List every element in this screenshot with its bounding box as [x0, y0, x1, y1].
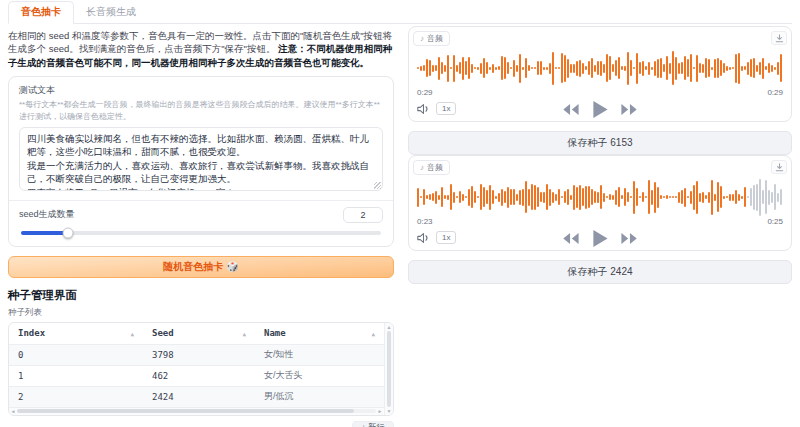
- volume-icon[interactable]: [417, 232, 430, 244]
- seed-list-label: 种子列表: [8, 307, 394, 319]
- waveform[interactable]: [417, 49, 783, 87]
- table-vertical-scrollbar[interactable]: ▲ ▼: [384, 323, 393, 415]
- current-time: 0:23: [417, 217, 433, 226]
- scroll-down-icon[interactable]: ▼: [387, 408, 392, 414]
- scrollbar-thumb[interactable]: [17, 409, 354, 413]
- test-text-info: **每行文本**都会生成一段音频，最终输出的音频是将这些音频段合成后的结果。建议…: [19, 99, 383, 121]
- cell-seed[interactable]: 3798: [143, 350, 255, 360]
- scroll-up-icon[interactable]: ▲: [387, 324, 392, 330]
- cell-index[interactable]: 0: [9, 350, 143, 360]
- table-horizontal-scrollbar[interactable]: ◀ ▶: [9, 407, 384, 415]
- tab-bar: 音色抽卡 长音频生成: [8, 4, 792, 24]
- random-voice-draw-button[interactable]: 随机音色抽卡 🎲: [8, 256, 394, 278]
- waveform[interactable]: [417, 178, 783, 216]
- instructions-text: 在相同的 seed 和温度等参数下，音色具有一定的一致性。点击下面的"随机音色生…: [8, 29, 394, 69]
- rewind-icon[interactable]: [562, 232, 580, 245]
- playback-speed-button[interactable]: 1x: [436, 102, 456, 115]
- play-icon[interactable]: [592, 229, 609, 248]
- audio-label: ♪ 音频: [413, 160, 450, 175]
- audio-label: ♪ 音频: [413, 31, 450, 46]
- table-row[interactable]: 1 462 女/大舌头: [9, 365, 384, 386]
- table-header-index[interactable]: Index▲: [9, 328, 143, 338]
- table-row[interactable]: 0 3798 女/知性: [9, 344, 384, 365]
- new-row-button[interactable]: ↓ 新行: [352, 421, 394, 427]
- input-panel: 测试文本 **每行文本**都会生成一段音频，最终输出的音频是将这些音频段合成后的…: [8, 76, 394, 246]
- duration: 0:29: [767, 88, 783, 97]
- play-icon[interactable]: [592, 100, 609, 119]
- sort-icon: ▲: [242, 330, 246, 337]
- tab-long-audio[interactable]: 长音频生成: [74, 2, 148, 23]
- textarea-resize-handle[interactable]: [374, 182, 381, 189]
- duration: 0:25: [767, 217, 783, 226]
- cell-seed[interactable]: 462: [143, 371, 255, 381]
- cell-seed[interactable]: 2424: [143, 392, 255, 402]
- save-seed-6153-button[interactable]: 保存种子 6153: [408, 131, 792, 155]
- rewind-icon[interactable]: [562, 103, 580, 116]
- playback-speed-button[interactable]: 1x: [436, 231, 456, 244]
- seed-manager-heading: 种子管理界面: [8, 288, 394, 303]
- seed-count-number-input[interactable]: [343, 207, 383, 223]
- right-column: ♪ 音频 0:29 0:29 1x: [408, 24, 792, 427]
- music-note-icon: ♪: [420, 34, 424, 43]
- left-column: 在相同的 seed 和温度等参数下，音色具有一定的一致性。点击下面的"随机音色生…: [8, 24, 394, 427]
- table-header-row: Index▲ Seed▲ Name▲: [9, 323, 384, 344]
- tab-voice-draw[interactable]: 音色抽卡: [8, 1, 74, 24]
- download-icon[interactable]: [771, 31, 787, 45]
- table-row[interactable]: 2 2424 男/低沉: [9, 386, 384, 407]
- sort-icon: ▲: [130, 330, 134, 337]
- table-header-seed[interactable]: Seed▲: [143, 328, 255, 338]
- test-text-input[interactable]: 四川美食确实以辣闻名，但也有不辣的选择。比如甜水面、赖汤圆、蛋烘糕、叶儿粑等，这…: [19, 127, 383, 191]
- cell-name[interactable]: 男/低沉: [255, 390, 384, 403]
- volume-icon[interactable]: [417, 103, 430, 115]
- test-text-label: 测试文本: [19, 84, 383, 97]
- fast-forward-icon[interactable]: [621, 103, 639, 116]
- current-time: 0:29: [417, 88, 433, 97]
- cell-name[interactable]: 女/知性: [255, 348, 384, 361]
- seed-table: Index▲ Seed▲ Name▲ 0 3798 女/知性 1 462 女/大…: [8, 322, 394, 416]
- save-seed-2424-button[interactable]: 保存种子 2424: [408, 260, 792, 284]
- seed-count-label: seed生成数量: [19, 208, 75, 221]
- cell-name[interactable]: 女/大舌头: [255, 369, 384, 382]
- seed-count-slider[interactable]: [21, 231, 381, 235]
- table-header-name[interactable]: Name▲: [255, 328, 384, 338]
- audio-player-2: ♪ 音频 0:23 0:25 1x: [408, 155, 792, 251]
- scroll-right-icon[interactable]: ▶: [376, 408, 384, 414]
- cell-index[interactable]: 1: [9, 371, 143, 381]
- scroll-left-icon[interactable]: ◀: [9, 408, 17, 414]
- download-icon[interactable]: [771, 160, 787, 174]
- slider-fill: [21, 231, 68, 235]
- scrollbar-thumb[interactable]: [387, 331, 391, 407]
- cell-index[interactable]: 2: [9, 392, 143, 402]
- sort-icon: ▲: [371, 330, 375, 337]
- audio-player-1: ♪ 音频 0:29 0:29 1x: [408, 26, 792, 122]
- app-window: 音色抽卡 长音频生成 在相同的 seed 和温度等参数下，音色具有一定的一致性。…: [0, 0, 800, 427]
- music-note-icon: ♪: [420, 163, 424, 172]
- fast-forward-icon[interactable]: [621, 232, 639, 245]
- slider-thumb[interactable]: [62, 227, 73, 238]
